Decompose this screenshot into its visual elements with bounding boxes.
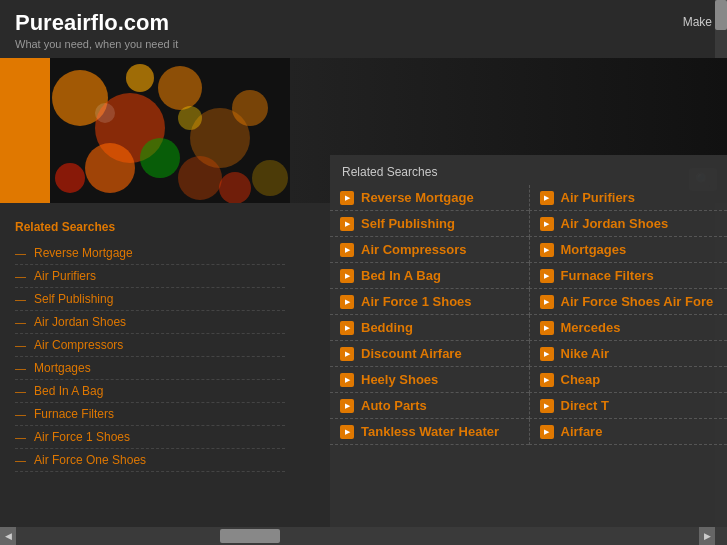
sidebar-item[interactable]: — Mortgages	[15, 357, 285, 380]
panel-arrow-icon	[340, 399, 354, 413]
panel-header: Related Searches	[330, 165, 727, 185]
panel-item-label: Self Publishing	[361, 216, 455, 231]
svg-point-10	[252, 160, 288, 196]
svg-point-14	[219, 172, 251, 203]
sidebar-arrow-icon: —	[15, 408, 26, 420]
left-sidebar: Related Searches — Reverse Mortgage— Air…	[0, 210, 300, 482]
scrollbar-thumb[interactable]	[715, 0, 727, 30]
panel-item[interactable]: Discount Airfare	[330, 341, 529, 367]
sidebar-arrow-icon: —	[15, 339, 26, 351]
sidebar-item[interactable]: — Air Jordan Shoes	[15, 311, 285, 334]
sidebar-arrow-icon: —	[15, 431, 26, 443]
svg-point-7	[232, 90, 268, 126]
panel-arrow-icon	[540, 295, 554, 309]
panel-item-label: Air Force Shoes Air Fore	[561, 294, 714, 309]
panel-item[interactable]: Bed In A Bag	[330, 263, 529, 289]
panel-arrow-icon	[540, 373, 554, 387]
sidebar-item-label: Bed In A Bag	[34, 384, 103, 398]
panel-item-label: Cheap	[561, 372, 601, 387]
scroll-left-button[interactable]: ◀	[0, 527, 16, 545]
svg-point-3	[158, 66, 202, 110]
header: Pureairflo.com What you need, when you n…	[0, 0, 727, 58]
scroll-right-button[interactable]: ▶	[699, 527, 715, 545]
main-panel: Related Searches Reverse Mortgage Air Pu…	[330, 155, 727, 527]
panel-item[interactable]: Air Force 1 Shoes	[330, 289, 529, 315]
svg-point-11	[126, 64, 154, 92]
panel-item-label: Nike Air	[561, 346, 610, 361]
sidebar-item-label: Air Compressors	[34, 338, 123, 352]
panel-item-label: Bedding	[361, 320, 413, 335]
panel-arrow-icon	[540, 243, 554, 257]
panel-arrow-icon	[540, 269, 554, 283]
panel-item[interactable]: Air Compressors	[330, 237, 529, 263]
panel-arrow-icon	[340, 269, 354, 283]
panel-item-label: Air Purifiers	[561, 190, 635, 205]
svg-point-13	[178, 106, 202, 130]
sidebar-item[interactable]: — Air Compressors	[15, 334, 285, 357]
panel-item-label: Auto Parts	[361, 398, 427, 413]
sidebar-item[interactable]: — Air Force One Shoes	[15, 449, 285, 472]
panel-item[interactable]: Mortgages	[529, 237, 728, 263]
sidebar-arrow-icon: —	[15, 270, 26, 282]
panel-item[interactable]: Bedding	[330, 315, 529, 341]
panel-item-label: Discount Airfare	[361, 346, 462, 361]
panel-item[interactable]: Direct T	[529, 393, 728, 419]
horizontal-scrollbar[interactable]: ◀ ▶	[0, 527, 727, 545]
panel-item[interactable]: Airfare	[529, 419, 728, 445]
sidebar-arrow-icon: —	[15, 247, 26, 259]
sidebar-item[interactable]: — Self Publishing	[15, 288, 285, 311]
site-title: Pureairflo.com	[15, 10, 178, 36]
sidebar-arrow-icon: —	[15, 454, 26, 466]
panel-item[interactable]: Tankless Water Heater	[330, 419, 529, 445]
panel-item-label: Furnace Filters	[561, 268, 654, 283]
panel-item[interactable]: Reverse Mortgage	[330, 185, 529, 211]
panel-item[interactable]: Self Publishing	[330, 211, 529, 237]
panel-arrow-icon	[540, 425, 554, 439]
panel-item[interactable]: Heely Shoes	[330, 367, 529, 393]
sidebar-item[interactable]: — Reverse Mortgage	[15, 242, 285, 265]
panel-item-label: Airfare	[561, 424, 603, 439]
sidebar-item[interactable]: — Furnace Filters	[15, 403, 285, 426]
sidebar-item-label: Air Force 1 Shoes	[34, 430, 130, 444]
panel-item-label: Tankless Water Heater	[361, 424, 499, 439]
panel-item-label: Bed In A Bag	[361, 268, 441, 283]
panel-item[interactable]: Air Jordan Shoes	[529, 211, 728, 237]
panel-arrow-icon	[340, 347, 354, 361]
panel-item[interactable]: Furnace Filters	[529, 263, 728, 289]
panel-arrow-icon	[340, 321, 354, 335]
panel-item[interactable]: Cheap	[529, 367, 728, 393]
sidebar-section-label: Related Searches	[15, 220, 285, 234]
sidebar-item-label: Air Jordan Shoes	[34, 315, 126, 329]
sidebar-item[interactable]: — Bed In A Bag	[15, 380, 285, 403]
sidebar-item-label: Self Publishing	[34, 292, 113, 306]
sidebar-item-label: Air Purifiers	[34, 269, 96, 283]
sidebar-item-label: Air Force One Shoes	[34, 453, 146, 467]
hero-orange-bar	[0, 58, 50, 203]
panel-item-label: Air Force 1 Shoes	[361, 294, 472, 309]
panel-arrow-icon	[540, 191, 554, 205]
panel-item-label: Direct T	[561, 398, 609, 413]
panel-arrow-icon	[540, 347, 554, 361]
sidebar-items-list: — Reverse Mortgage— Air Purifiers— Self …	[15, 242, 285, 472]
scrollbar-h-thumb[interactable]	[220, 529, 280, 543]
sidebar-item-label: Reverse Mortgage	[34, 246, 133, 260]
panel-item[interactable]: Air Force Shoes Air Fore	[529, 289, 728, 315]
svg-point-5	[85, 143, 135, 193]
panel-item[interactable]: Auto Parts	[330, 393, 529, 419]
sidebar-item[interactable]: — Air Force 1 Shoes	[15, 426, 285, 449]
hero-bokeh	[50, 58, 290, 203]
panel-item[interactable]: Mercedes	[529, 315, 728, 341]
sidebar-item[interactable]: — Air Purifiers	[15, 265, 285, 288]
svg-point-12	[95, 103, 115, 123]
sidebar-item-label: Mortgages	[34, 361, 91, 375]
sidebar-arrow-icon: —	[15, 293, 26, 305]
site-branding: Pureairflo.com What you need, when you n…	[15, 10, 178, 50]
panel-arrow-icon	[340, 191, 354, 205]
panel-arrow-icon	[540, 217, 554, 231]
panel-arrow-icon	[340, 243, 354, 257]
panel-item[interactable]: Air Purifiers	[529, 185, 728, 211]
make-link[interactable]: Make	[683, 15, 712, 29]
panel-item[interactable]: Nike Air	[529, 341, 728, 367]
panel-item-label: Heely Shoes	[361, 372, 438, 387]
panel-grid: Reverse Mortgage Air Purifiers Self Publ…	[330, 185, 727, 445]
